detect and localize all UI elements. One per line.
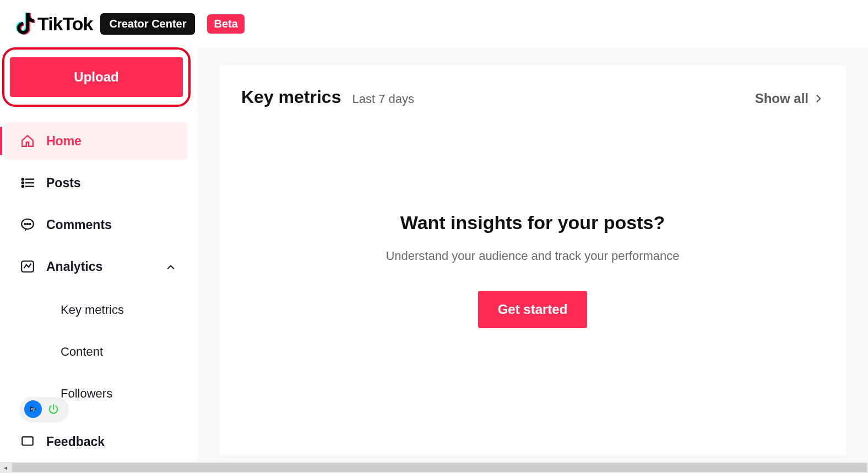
card-header: Key metrics Last 7 days Show all bbox=[241, 87, 824, 107]
upload-label: Upload bbox=[74, 69, 118, 85]
sidebar-subitem-content[interactable]: Content bbox=[4, 335, 187, 369]
tiktok-logo[interactable]: TikTok bbox=[15, 13, 93, 35]
svg-point-4 bbox=[22, 186, 24, 187]
svg-text:IQ: IQ bbox=[31, 407, 35, 411]
chevron-up-icon bbox=[165, 261, 176, 272]
sidebar: Upload Home bbox=[0, 47, 197, 473]
floating-extension-widget[interactable]: IQ bbox=[20, 397, 68, 421]
list-icon bbox=[20, 175, 35, 191]
home-icon bbox=[20, 133, 35, 149]
analytics-submenu: Key metrics Content Followers bbox=[0, 293, 193, 411]
card-title: Key metrics bbox=[241, 87, 341, 107]
subnav-label: Key metrics bbox=[61, 303, 124, 317]
sidebar-item-comments[interactable]: Comments bbox=[4, 206, 187, 243]
sidebar-item-home[interactable]: Home bbox=[4, 122, 187, 160]
card-time-range: Last 7 days bbox=[352, 92, 414, 106]
brand-text: TikTok bbox=[37, 13, 93, 35]
show-all-label: Show all bbox=[755, 91, 809, 106]
tiktok-note-icon bbox=[15, 13, 35, 35]
svg-point-2 bbox=[22, 182, 24, 183]
nav-label: Home bbox=[46, 134, 176, 149]
svg-rect-11 bbox=[22, 437, 33, 445]
chevron-right-icon bbox=[813, 93, 824, 104]
scroll-thumb[interactable] bbox=[12, 463, 867, 472]
svg-point-9 bbox=[29, 224, 30, 225]
get-started-button[interactable]: Get started bbox=[478, 291, 588, 328]
nav-label: Analytics bbox=[46, 259, 154, 274]
sidebar-item-analytics[interactable]: Analytics bbox=[4, 248, 187, 285]
sidebar-nav: Home Posts bbox=[0, 113, 193, 285]
key-metrics-card: Key metrics Last 7 days Show all Want in… bbox=[219, 65, 846, 455]
horizontal-scrollbar[interactable]: ◄ bbox=[0, 462, 868, 473]
sidebar-item-feedback[interactable]: Feedback bbox=[4, 423, 187, 460]
svg-point-7 bbox=[25, 224, 26, 225]
power-icon bbox=[47, 403, 59, 415]
comment-icon bbox=[20, 217, 35, 232]
show-all-link[interactable]: Show all bbox=[755, 91, 824, 106]
sidebar-nav-lower: Feedback bbox=[0, 418, 193, 460]
feedback-icon bbox=[20, 434, 35, 449]
nav-label: Comments bbox=[46, 218, 176, 232]
sidebar-subitem-key-metrics[interactable]: Key metrics bbox=[4, 293, 187, 327]
sidebar-item-posts[interactable]: Posts bbox=[4, 164, 187, 202]
svg-point-8 bbox=[27, 224, 28, 225]
subnav-label: Followers bbox=[61, 387, 112, 401]
svg-point-0 bbox=[22, 178, 24, 180]
main-content: Key metrics Last 7 days Show all Want in… bbox=[197, 47, 868, 473]
app-header: TikTok Creator Center Beta bbox=[0, 0, 868, 47]
creator-center-badge: Creator Center bbox=[100, 13, 195, 35]
empty-state: Want insights for your posts? Understand… bbox=[241, 212, 824, 328]
nav-label: Feedback bbox=[46, 434, 176, 449]
empty-state-subtitle: Understand your audience and track your … bbox=[386, 249, 679, 263]
scroll-left-arrow-icon[interactable]: ◄ bbox=[0, 462, 11, 473]
extension-badge-icon: IQ bbox=[24, 400, 42, 418]
analytics-icon bbox=[20, 259, 35, 274]
beta-badge: Beta bbox=[207, 14, 244, 34]
empty-state-title: Want insights for your posts? bbox=[400, 212, 665, 233]
upload-button[interactable]: Upload bbox=[10, 57, 183, 97]
nav-label: Posts bbox=[46, 176, 176, 191]
upload-highlight-annotation: Upload bbox=[2, 47, 191, 107]
subnav-label: Content bbox=[61, 345, 103, 359]
get-started-label: Get started bbox=[498, 302, 568, 317]
